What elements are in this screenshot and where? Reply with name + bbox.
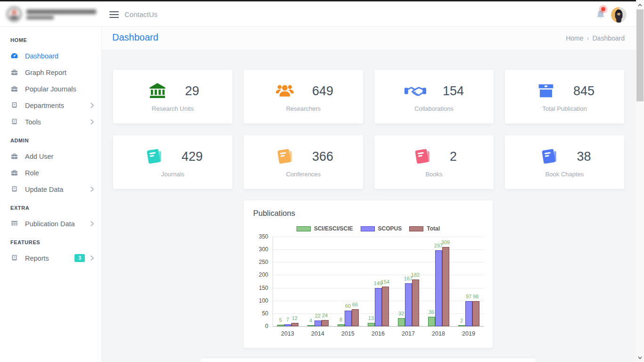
- breadcrumb: Home › Dashboard: [566, 34, 625, 42]
- sidebar-item-popular-journals[interactable]: Popular Journals: [0, 81, 101, 97]
- x-axis-label: 2016: [363, 330, 393, 337]
- x-axis-baseline: [272, 326, 484, 327]
- stat-card-book-chaptes[interactable]: 38Book Chaptes: [505, 135, 624, 189]
- sidebar-item-label: Popular Journals: [25, 85, 76, 93]
- x-axis-label: 2018: [423, 330, 454, 337]
- stat-card-collaborations[interactable]: 154Collaborations: [374, 70, 494, 123]
- bar-value-label: 154: [374, 279, 396, 285]
- y-axis-tick-label: 300: [248, 246, 268, 253]
- sidebar-item-role[interactable]: Role: [0, 165, 101, 181]
- y-axis-tick-label: 200: [248, 272, 268, 278]
- bar-sci-esci-scie-2015: [338, 324, 345, 326]
- x-axis-label: 2017: [393, 330, 423, 337]
- sidebar: HOMEDashboardGraph ReportPopular Journal…: [0, 27, 102, 362]
- logo-emblem-icon: [7, 7, 22, 22]
- sidebar-section-label: HOME: [0, 30, 101, 48]
- stat-label: Total Publication: [542, 105, 587, 112]
- bar-sci-esci-scie-2018: [428, 317, 435, 326]
- sidebar-item-tools[interactable]: Tools: [0, 114, 101, 130]
- stat-card-research-units[interactable]: 29Research Units: [113, 70, 232, 123]
- stat-label: Book Chaptes: [545, 171, 584, 178]
- scroll-up-arrow-icon[interactable]: [636, 1, 644, 9]
- stat-card-books[interactable]: 2Books: [374, 135, 494, 189]
- topbar: ContactUs: [0, 1, 644, 27]
- briefcase-icon: [10, 68, 18, 76]
- y-axis-tick-label: 100: [248, 297, 268, 304]
- sidebar-item-update-data[interactable]: Update Data: [0, 181, 101, 197]
- bar-value-label: 98: [465, 294, 487, 299]
- breadcrumb-home[interactable]: Home: [566, 34, 583, 42]
- handshake-icon: [404, 81, 427, 101]
- bar-total-2015: [352, 309, 359, 326]
- publications-chart-card: Publications SCI/ESCI/SCIESCOPUSTotal 05…: [244, 200, 493, 348]
- scrollbar-thumb[interactable]: [636, 9, 644, 101]
- bar-value-label: 182: [405, 272, 426, 278]
- bar-sci-esci-scie-2019: [458, 325, 465, 326]
- notification-bell-icon[interactable]: [595, 9, 607, 21]
- sidebar-item-dashboard[interactable]: Dashboard: [0, 48, 101, 64]
- bar-scopus-2013: [284, 324, 291, 326]
- sidebar-item-reports[interactable]: Reports3: [0, 250, 101, 266]
- bar-value-label: 66: [344, 302, 366, 307]
- chevron-right-icon: [91, 119, 94, 124]
- bar-scopus-2016: [375, 288, 382, 326]
- bar-total-2013: [291, 323, 298, 326]
- y-axis-tick-label: 150: [248, 285, 268, 291]
- chevron-right-icon: [91, 255, 94, 261]
- sidebar-section-label: EXTRA: [0, 197, 101, 215]
- bar-scopus-2017: [405, 283, 412, 326]
- stat-card-journals[interactable]: 429Journals: [113, 135, 232, 189]
- stat-card-researchers[interactable]: 649Researchers: [244, 70, 363, 123]
- x-axis-label: 2013: [272, 330, 303, 337]
- page-title: Dashboard: [112, 32, 158, 43]
- sidebar-item-label: Reports: [25, 255, 49, 262]
- stat-value: 366: [312, 149, 333, 164]
- x-axis-label: 2014: [303, 330, 333, 337]
- sidebar-item-label: Departments: [25, 102, 64, 109]
- gridline: [272, 249, 484, 250]
- gauge-icon: [10, 52, 18, 60]
- sidebar-item-label: Dashboard: [25, 52, 58, 60]
- sidebar-item-label: Role: [25, 169, 39, 177]
- stat-card-conferences[interactable]: 366Conferences: [244, 135, 363, 189]
- scroll-down-arrow-icon[interactable]: [636, 354, 644, 362]
- stat-value: 38: [577, 149, 591, 164]
- bar-sci-esci-scie-2016: [368, 323, 375, 326]
- university-logo[interactable]: [0, 1, 102, 27]
- bar-scopus-2014: [314, 321, 322, 326]
- sidebar-item-graph-report[interactable]: Graph Report: [0, 64, 101, 81]
- bar-total-2018: [442, 247, 449, 326]
- chevron-right-icon: [91, 221, 94, 226]
- journal-icon: [538, 147, 561, 166]
- book-icon: [10, 101, 18, 109]
- stat-value: 649: [312, 84, 333, 99]
- sidebar-item-add-user[interactable]: Add User: [0, 148, 101, 165]
- sidebar-item-publication-data[interactable]: Publication Data: [0, 215, 101, 232]
- stat-cards-row-2: 429Journals366Conferences2Books38Book Ch…: [113, 135, 624, 189]
- breadcrumb-separator-icon: ›: [587, 34, 589, 42]
- book-icon: [10, 185, 18, 193]
- x-axis-label: 2019: [454, 330, 484, 337]
- chevron-right-icon: [91, 103, 94, 108]
- stat-label: Books: [425, 171, 442, 178]
- bar-total-2019: [472, 301, 479, 326]
- sidebar-section-label: FEATURES: [0, 232, 101, 250]
- window-top-edge: [0, 0, 636, 1]
- page-scrollbar[interactable]: [636, 0, 644, 362]
- journal-icon: [143, 147, 165, 166]
- bank-icon: [146, 81, 169, 101]
- stat-card-total-publication[interactable]: 845Total Publication: [505, 70, 624, 123]
- count-badge: 3: [74, 254, 85, 262]
- y-axis-tick-label: 50: [248, 310, 268, 317]
- sidebar-item-departments[interactable]: Departments: [0, 97, 101, 114]
- contactus-link[interactable]: ContactUs: [124, 10, 157, 18]
- sidebar-section-label: ADMIN: [0, 130, 101, 148]
- user-avatar[interactable]: [611, 7, 627, 23]
- sidebar-item-label: Update Data: [25, 186, 63, 193]
- hamburger-menu-icon[interactable]: [109, 11, 119, 20]
- x-axis-label: 2015: [333, 330, 363, 337]
- briefcase-icon: [10, 85, 18, 93]
- bar-chart: 0501001502002503003505712201342224201486…: [244, 200, 493, 348]
- stat-value: 154: [443, 84, 464, 99]
- y-axis-tick-label: 350: [248, 233, 268, 240]
